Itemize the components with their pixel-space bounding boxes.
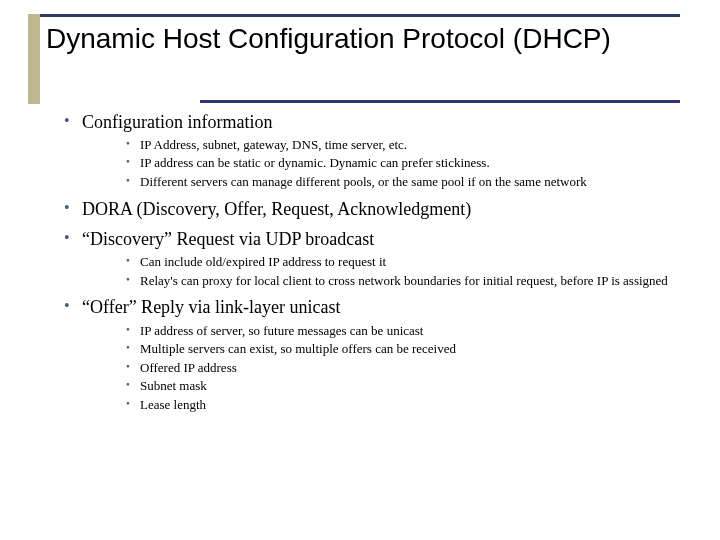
title-bottom-rule [200, 100, 680, 103]
slide-title: Dynamic Host Configuration Protocol (DHC… [46, 22, 680, 56]
list-item-text: “Discovery” Request via UDP broadcast [82, 229, 374, 249]
sub-list: IP address of server, so future messages… [124, 322, 680, 414]
title-top-rule [40, 14, 680, 17]
sub-list-item: IP address of server, so future messages… [124, 322, 680, 340]
title-accent-bar [28, 14, 40, 104]
list-item: “Discovery” Request via UDP broadcast Ca… [60, 227, 680, 289]
sub-list-item: IP address can be static or dynamic. Dyn… [124, 154, 680, 172]
sub-list: Can include old/expired IP address to re… [124, 253, 680, 289]
sub-list-item: Multiple servers can exist, so multiple … [124, 340, 680, 358]
sub-list-item: IP Address, subnet, gateway, DNS, time s… [124, 136, 680, 154]
sub-list: IP Address, subnet, gateway, DNS, time s… [124, 136, 680, 191]
list-item: Configuration information IP Address, su… [60, 110, 680, 191]
bullet-list: Configuration information IP Address, su… [60, 110, 680, 414]
list-item-text: DORA (Discovery, Offer, Request, Acknowl… [82, 199, 471, 219]
list-item-text: Configuration information [82, 112, 272, 132]
sub-list-item: Subnet mask [124, 377, 680, 395]
sub-list-item: Lease length [124, 396, 680, 414]
title-block: Dynamic Host Configuration Protocol (DHC… [0, 0, 720, 64]
list-item: DORA (Discovery, Offer, Request, Acknowl… [60, 197, 680, 221]
list-item-text: “Offer” Reply via link-layer unicast [82, 297, 341, 317]
sub-list-item: Relay's can proxy for local client to cr… [124, 272, 680, 290]
sub-list-item: Different servers can manage different p… [124, 173, 680, 191]
slide-body: Configuration information IP Address, su… [0, 64, 720, 414]
sub-list-item: Offered IP address [124, 359, 680, 377]
list-item: “Offer” Reply via link-layer unicast IP … [60, 295, 680, 413]
sub-list-item: Can include old/expired IP address to re… [124, 253, 680, 271]
